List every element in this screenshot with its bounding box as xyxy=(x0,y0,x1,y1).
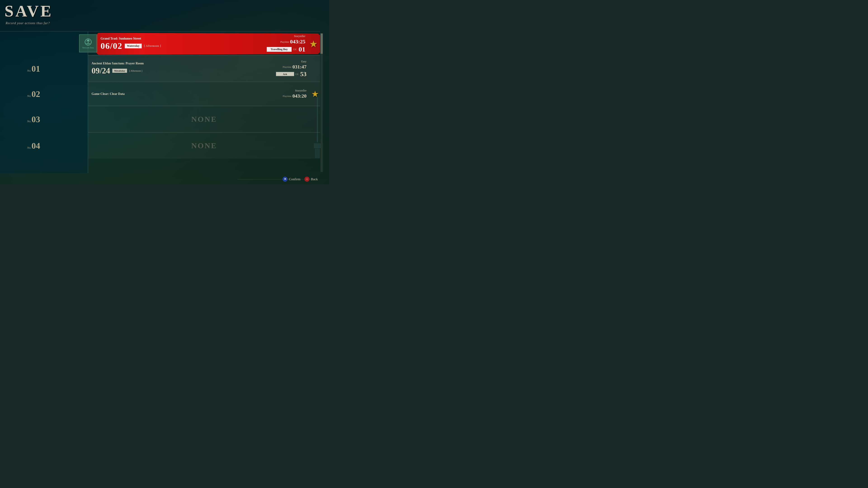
slot-04-number: No. 04 xyxy=(27,141,40,151)
slot-01-date: 09/24 xyxy=(92,66,110,75)
bottom-controls: ✕ Confirm ○ Back xyxy=(283,177,318,182)
back-label: Back xyxy=(311,177,318,181)
selected-level-prefix: LV. xyxy=(293,48,297,51)
slot-01-level-prefix: LV. xyxy=(296,72,299,75)
selected-level-value: 01 xyxy=(299,45,305,53)
slot-01-day: Metalsday xyxy=(112,69,127,73)
page-title: SAVE xyxy=(4,2,53,21)
slot-02-playtime: 043:20 xyxy=(292,93,307,99)
slot-02-difficulty: Storyteller xyxy=(295,89,307,92)
slot-02-playtime-label: Playtime xyxy=(283,95,291,97)
slot-01-playtime-label: Playtime xyxy=(283,65,291,68)
divider-1 xyxy=(88,82,320,82)
slot-04-row[interactable]: No. 04 NONE xyxy=(88,133,320,159)
deco-right xyxy=(311,97,323,171)
divider-3 xyxy=(88,132,320,133)
slot-01-playtime: 031:47 xyxy=(292,64,307,70)
slot-01-number: No. 01 xyxy=(27,64,40,74)
back-control[interactable]: ○ Back xyxy=(305,177,318,182)
selected-slot-character-row: Travelling Boy LV. 01 xyxy=(267,45,305,53)
selected-playtime-label: Playtime xyxy=(280,40,289,43)
slot-03-number: No. 03 xyxy=(27,114,40,124)
slot-04-content: NONE xyxy=(88,133,320,159)
slot-01-character-row: Ark LV. 53 xyxy=(276,70,307,77)
slot-02-right: Storyteller Playtime 043:20 xyxy=(283,89,307,99)
main-container: SAVE Record your actions thus far? Netwo… xyxy=(0,0,329,184)
network-upload-icon xyxy=(84,38,92,46)
left-panel xyxy=(0,32,88,173)
selected-slot-star: ★ xyxy=(309,38,318,50)
confirm-control[interactable]: ✕ Confirm xyxy=(283,177,301,182)
slot-04-empty: NONE xyxy=(191,141,217,150)
selected-slot-difficulty: Storyteller xyxy=(294,35,305,38)
selected-slot-day: Watersday xyxy=(125,43,142,48)
slot-01-row[interactable]: No. 01 Ancient Eldan Sanctum: Prayer Roo… xyxy=(88,56,320,82)
slot-03-empty: NONE xyxy=(191,115,217,124)
network-label: Network Data xyxy=(82,47,94,49)
slot-03-content: NONE xyxy=(88,106,320,132)
slot-01-character: Ark xyxy=(276,72,294,76)
slot-03-row[interactable]: No. 03 NONE xyxy=(88,106,320,132)
selected-slot[interactable]: Grand Trad: Sunlumeo Street 06/02 Waters… xyxy=(97,33,319,54)
network-icon: Network Data xyxy=(79,34,97,53)
slot-02-playtime-row: Playtime 043:20 xyxy=(283,93,307,99)
slot-01-difficulty: Easy xyxy=(301,60,307,63)
slot-01-period: [ Afternoon ] xyxy=(129,69,142,72)
slot-02-number: No. 02 xyxy=(27,89,40,99)
slot-01-right: Easy Playtime 031:47 Ark LV. 53 xyxy=(276,60,307,77)
selected-slot-right: Storyteller Playtime 043:25 Travelling B… xyxy=(267,35,305,53)
selected-slot-period: [ Afternoon ] xyxy=(144,44,161,48)
slot-02-row[interactable]: No. 02 Game Clear: Clear Data Storytelle… xyxy=(88,82,320,106)
network-data-icon-container: Network Data xyxy=(79,34,97,53)
scrollbar-thumb xyxy=(320,33,323,54)
back-btn-icon: ○ xyxy=(305,177,309,182)
confirm-label: Confirm xyxy=(289,177,301,181)
selected-character-name: Travelling Boy xyxy=(267,47,291,52)
slot-01-level: 53 xyxy=(300,70,307,77)
selected-playtime-value: 043:25 xyxy=(290,39,305,45)
selected-slot-date: 06/02 xyxy=(101,41,123,51)
confirm-btn-icon: ✕ xyxy=(283,177,287,182)
selected-slot-playtime-row: Playtime 043:25 xyxy=(280,39,305,45)
divider-0 xyxy=(88,55,320,56)
divider-2 xyxy=(88,106,320,106)
slot-01-playtime-row: Playtime 031:47 xyxy=(283,64,307,70)
page-subtitle: Record your actions thus far? xyxy=(6,22,50,25)
